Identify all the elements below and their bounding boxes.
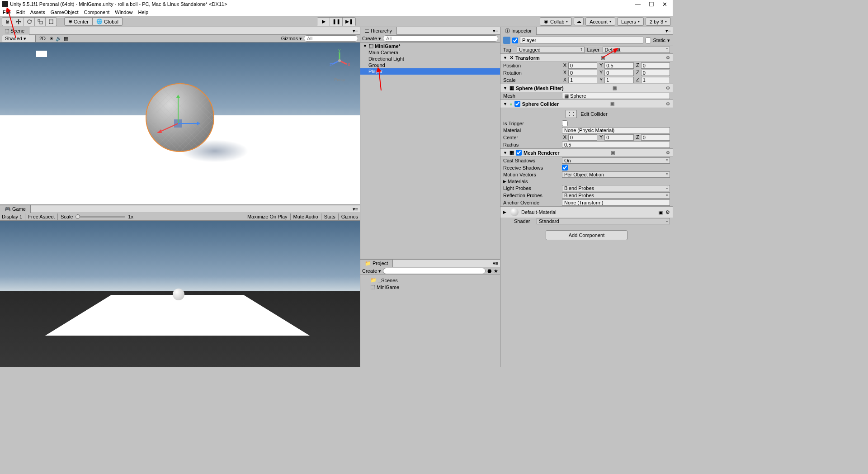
is-trigger-checkbox[interactable] <box>562 120 568 126</box>
rotate-tool-button[interactable] <box>24 18 35 26</box>
minimize-button[interactable]: — <box>635 1 641 8</box>
hierarchy-search-input[interactable] <box>383 35 498 42</box>
hierarchy-item-ground[interactable]: Ground <box>360 62 500 68</box>
step-button[interactable]: ▶❚ <box>343 18 355 26</box>
static-checkbox[interactable] <box>645 38 651 43</box>
center-z-input[interactable] <box>641 134 670 141</box>
display-dropdown[interactable]: Display 1 <box>2 214 22 219</box>
project-create-dropdown[interactable]: Create ▾ <box>362 268 381 274</box>
move-tool-button[interactable] <box>13 18 24 26</box>
scale-slider[interactable] <box>75 216 125 218</box>
foldout-icon[interactable]: ▼ <box>363 44 368 48</box>
mesh-field[interactable]: ▦ Sphere <box>562 93 670 99</box>
scene-search-input[interactable] <box>304 35 358 42</box>
layers-dropdown[interactable]: Layers <box>617 17 644 26</box>
menu-gameobject[interactable]: GameObject <box>51 9 79 15</box>
material-header[interactable]: ▶ Default-Material ▣ ⚙ <box>500 206 673 218</box>
cloud-button[interactable]: ☁ <box>574 17 584 25</box>
collab-dropdown[interactable]: ◉ Collab <box>540 17 572 26</box>
aspect-dropdown[interactable]: Free Aspect <box>28 214 55 219</box>
hierarchy-item-directional-light[interactable]: Directional Light <box>360 56 500 62</box>
physic-material-field[interactable]: None (Physic Material) <box>562 127 670 133</box>
collider-component-header[interactable]: ▼ ● Sphere Collider ▣ ⚙ <box>500 100 673 108</box>
game-gizmos-dropdown[interactable]: Gizmos <box>341 214 358 219</box>
menu-file[interactable]: File <box>3 9 11 15</box>
projection-label[interactable]: Persp <box>328 77 351 82</box>
hierarchy-item-main-camera[interactable]: Main Camera <box>360 49 500 56</box>
gizmos-dropdown[interactable]: Gizmos ▾ <box>281 36 302 42</box>
transform-component-header[interactable]: ▼ ⤭ Transform ▣ ⚙ <box>500 53 673 62</box>
rotation-z-input[interactable] <box>641 70 670 76</box>
pivot-center-button[interactable]: ⊕ Center <box>64 17 93 26</box>
hierarchy-tab[interactable]: ☰ Hierarchy <box>360 27 397 35</box>
pivot-global-button[interactable]: 🌐 Global <box>93 17 123 26</box>
hierarchy-item-player[interactable]: Player <box>360 68 500 75</box>
rotation-y-input[interactable] <box>604 70 633 76</box>
component-settings-icon[interactable]: ⚙ <box>665 209 670 215</box>
rect-tool-button[interactable] <box>46 18 57 26</box>
gameobject-active-checkbox[interactable] <box>512 38 518 43</box>
panel-menu-icon[interactable]: ▾≡ <box>493 261 500 266</box>
maximize-toggle[interactable]: Maximize On Play <box>247 214 288 219</box>
foldout-icon[interactable]: ▼ <box>503 102 508 106</box>
component-help-icon[interactable]: ▣ <box>610 101 614 106</box>
project-filter-icon[interactable]: ⬣ <box>487 268 492 274</box>
renderer-enabled-checkbox[interactable] <box>516 150 522 156</box>
mute-toggle[interactable]: Mute Audio <box>293 214 318 219</box>
inspector-tab[interactable]: ⓘ Inspector <box>500 27 537 35</box>
game-tab[interactable]: 🎮 Game <box>0 205 31 213</box>
renderer-component-header[interactable]: ▼ ▦ Mesh Renderer ▣ ⚙ <box>500 148 673 157</box>
audio-toggle-icon[interactable]: 🔊 <box>56 36 62 42</box>
panel-menu-icon[interactable]: ▾≡ <box>353 28 360 34</box>
scale-y-input[interactable] <box>604 77 633 83</box>
hierarchy-create-dropdown[interactable]: Create ▾ <box>362 36 381 42</box>
pause-button[interactable]: ❚❚ <box>330 18 343 26</box>
menu-window[interactable]: Window <box>115 9 132 15</box>
static-dropdown-icon[interactable]: ▾ <box>667 38 670 43</box>
collider-enabled-checkbox[interactable] <box>514 101 520 107</box>
hierarchy-scene-root[interactable]: ▼ ⬚ MiniGame* <box>360 43 500 49</box>
center-y-input[interactable] <box>604 134 633 141</box>
component-settings-icon[interactable]: ⚙ <box>666 85 670 90</box>
scene-tab[interactable]: ⬚ Scene <box>0 27 29 35</box>
foldout-icon[interactable]: ▶ <box>503 210 508 214</box>
light-probes-dropdown[interactable]: Blend Probes <box>562 185 670 191</box>
maximize-button[interactable]: ☐ <box>649 1 654 8</box>
shading-mode-dropdown[interactable]: Shaded ▾ <box>2 35 36 43</box>
project-favorite-icon[interactable]: ★ <box>494 268 498 274</box>
meshfilter-component-header[interactable]: ▼ ▦ Sphere (Mesh Filter) ▣ ⚙ <box>500 84 673 92</box>
menu-edit[interactable]: Edit <box>16 9 25 15</box>
foldout-icon[interactable]: ▼ <box>503 151 508 155</box>
menu-component[interactable]: Component <box>84 9 109 15</box>
lighting-toggle-icon[interactable]: ☀ <box>49 36 54 42</box>
menu-help[interactable]: Help <box>138 9 148 15</box>
motion-vectors-dropdown[interactable]: Per Object Motion <box>562 171 670 178</box>
center-x-input[interactable] <box>568 134 597 141</box>
component-help-icon[interactable]: ▣ <box>611 150 615 155</box>
mode-2d-toggle[interactable]: 2D <box>38 36 47 41</box>
panel-menu-icon[interactable]: ▾≡ <box>665 28 673 34</box>
position-y-input[interactable] <box>604 62 633 69</box>
play-button[interactable]: ▶ <box>317 18 330 26</box>
edit-collider-button[interactable]: ⛶ <box>566 110 577 118</box>
panel-menu-icon[interactable]: ▾≡ <box>353 206 360 212</box>
project-search-input[interactable] <box>383 268 486 274</box>
hierarchy-tree[interactable]: ▼ ⬚ MiniGame* Main Camera Directional Li… <box>360 43 500 259</box>
reflection-probes-dropdown[interactable]: Blend Probes <box>562 192 670 199</box>
radius-input[interactable] <box>562 142 670 148</box>
gameobject-name-input[interactable] <box>520 37 643 44</box>
foldout-icon[interactable]: ▼ <box>503 56 508 60</box>
component-settings-icon[interactable]: ⚙ <box>666 150 670 155</box>
layer-dropdown[interactable]: Default <box>603 47 670 53</box>
anchor-override-field[interactable]: None (Transform) <box>562 199 670 206</box>
orientation-gizmo[interactable]: y x z Persp <box>328 49 351 72</box>
component-help-icon[interactable]: ▣ <box>601 55 605 60</box>
component-settings-icon[interactable]: ⚙ <box>666 101 670 106</box>
fx-toggle-icon[interactable]: ▦ <box>64 36 68 42</box>
close-button[interactable]: ✕ <box>662 1 667 8</box>
scale-x-input[interactable] <box>568 77 597 83</box>
position-x-input[interactable] <box>568 62 597 69</box>
receive-shadows-checkbox[interactable] <box>562 165 568 171</box>
project-scene-minigame[interactable]: ⬚ MiniGame <box>362 284 498 290</box>
shader-dropdown[interactable]: Standard <box>537 218 670 224</box>
